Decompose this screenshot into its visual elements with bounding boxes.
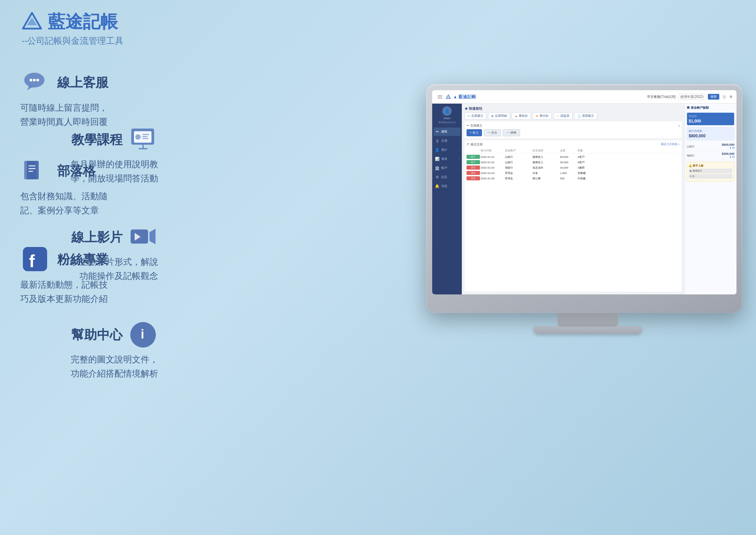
sidebar-item-settings[interactable]: ⚙ 設定: [434, 173, 460, 181]
row-amount: 1,000: [560, 172, 577, 175]
feature-help: i 幫助中心 完整的圖文說明文件，功能介紹搭配情境解析: [71, 320, 158, 381]
row-date: 2022-01-03: [481, 166, 504, 169]
col-party: 對象: [578, 149, 598, 152]
pay-icon: ▼: [536, 114, 539, 118]
svg-point-4: [30, 79, 32, 81]
cash-label: 現金額: [689, 114, 732, 118]
svg-marker-23: [149, 229, 156, 244]
bank-amount-mountain: $600,000: [722, 143, 734, 146]
user-avatar: 👤: [442, 106, 452, 116]
sidebar-item-accounting[interactable]: 👤 會計 ›: [434, 146, 460, 154]
bank-link-mountain[interactable]: ⬇ 明: [729, 146, 734, 150]
sidebar-user: 👤 Water 管理者(Admin)▼: [438, 106, 456, 124]
info-doc-button[interactable]: ℹ 說 ···: [689, 174, 732, 179]
settings-icon[interactable]: ⚙: [729, 95, 732, 99]
svg-rect-8: [27, 161, 39, 179]
feature-desc-help: 完整的圖文說明文件，功能介紹搭配情境解析: [71, 353, 158, 381]
info-button[interactable]: i: [722, 95, 727, 99]
row-party: 印刷廠: [578, 177, 598, 180]
recent-transactions-section: ⏱ 最近交易 最近七天其他 > 收付日期 資金帳戶 收支原因 金額 對象: [465, 140, 682, 292]
bank-name-mountain: 山銀行: [687, 145, 695, 148]
row-date: 2022-01-02: [481, 161, 504, 164]
play-icon: ▶: [690, 170, 692, 172]
quick-btn-pnl[interactable]: ↔ 損益表: [553, 112, 573, 119]
quick-btn-pay[interactable]: ▼ 庫付款: [532, 112, 552, 119]
feature-title-help: 幫助中心: [71, 326, 123, 344]
logo-area: 藍途記帳 --公司記帳與金流管理工具: [20, 10, 124, 47]
quick-actions-title: ★ 快速前往: [465, 106, 682, 111]
sidebar-item-news[interactable]: 🔔 消息: [434, 182, 460, 190]
quick-actions-section: ★ 快速前往 ✏ 交易建立 ⊞ 交易明細 ▲ 庫收款: [465, 106, 682, 119]
sidebar-label-transaction: 交易: [441, 139, 447, 143]
year-selector[interactable]: 使用年度(2022): [679, 94, 705, 100]
sidebar-item-report[interactable]: 📊 報表 ›: [434, 155, 460, 163]
recent-link[interactable]: 最近七天其他 >: [661, 142, 680, 147]
bank-item-mountain: 山銀行 $600,000 ⬇ 明: [687, 142, 734, 151]
tutorial-video-button[interactable]: ▶ 教學影片: [689, 169, 732, 173]
svg-rect-12: [23, 247, 47, 271]
transfer-button[interactable]: ↔ 移轉: [503, 129, 520, 136]
row-account: 山銀行: [505, 160, 532, 164]
overview-icon: ✏: [435, 130, 440, 134]
bank-link-sea[interactable]: ⬇ 明: [729, 155, 734, 159]
bank-savings-label: 銀行存款額: [689, 129, 732, 133]
row-account: 零用金: [505, 171, 532, 175]
table-row[interactable]: 支出 2022-01-03 海銀行 進及成本 30,000 X廠商: [467, 165, 680, 170]
bank-savings-amount: $800,000: [689, 134, 732, 138]
recent-title-row: ⏱ 最近交易 最近七天其他 >: [467, 142, 680, 147]
quick-btn-create-transaction[interactable]: ✏ 交易建立: [465, 112, 486, 119]
monitor-stand: [557, 313, 618, 326]
app-main: ★ 快速前往 ✏ 交易建立 ⊞ 交易明細 ▲ 庫收款: [462, 104, 684, 294]
service-button[interactable]: 服務: [708, 94, 719, 100]
info-icon: i: [128, 320, 158, 350]
newbie-section: 🔔 新手上路 ▶ 教學影片 ℹ 說 ···: [687, 162, 734, 181]
voucher-icon: 🧾: [577, 114, 581, 118]
sidebar-label-report: 報表: [441, 157, 447, 161]
table-row[interactable]: 支出 2022-01-05 零用金 辦公費 500 印刷廠: [467, 176, 680, 181]
row-account: 山銀行: [505, 155, 532, 159]
feature-desc-blog: 包含財務知識、活動隨記、案例分享等文章: [20, 189, 108, 217]
row-party: X廠商: [578, 166, 598, 170]
account-icon: 🏦: [435, 166, 440, 170]
row-reason: 進及成本: [532, 166, 559, 170]
logo-icon: [20, 10, 44, 34]
add-expense-button[interactable]: 一 支出: [484, 129, 501, 136]
quick-btn-receive[interactable]: ▲ 庫收款: [512, 112, 531, 119]
monitor-screen: ▲ 藍途記帳 早安餐廳(Trial試用) 使用年度(2022) 服務 i ⚙: [432, 90, 736, 294]
monitor-base: [534, 326, 642, 334]
feature-desc-video: 以生動影片形式，解說功能操作及記帳觀念: [71, 255, 158, 283]
table-row[interactable]: 收入 2022-01-01 山銀行 服務收入 80,000 A客戶: [467, 154, 680, 159]
user-name: 早安餐廳(Trial試用): [647, 95, 676, 99]
svg-rect-21: [142, 138, 148, 139]
row-party: 美餐廳: [578, 171, 598, 175]
row-type-tag: 收入: [467, 160, 480, 164]
sidebar-item-overview[interactable]: ✏ 總覽: [434, 128, 460, 136]
quick-btn-voucher[interactable]: 🧾 憑票建立: [574, 112, 597, 119]
feature-desc-tutorial: 每月舉辦的使用說明教學，開放現場問答活動: [71, 157, 158, 185]
app-body: 👤 Water 管理者(Admin)▼ ✏ 總覽 $ 交易 ›: [432, 104, 736, 294]
transaction-build-section: ✏ 交易建立 ℹ + 收入 一 支出 ↔ 移轉: [465, 121, 682, 138]
transaction-build-label: ✏ 交易建立: [467, 123, 482, 128]
quick-btn-transaction-detail[interactable]: ⊞ 交易明細: [488, 112, 510, 119]
add-income-button[interactable]: + 收入: [467, 129, 482, 136]
row-amount: 80,000: [560, 155, 577, 158]
sidebar-label-account: 帳戶: [441, 166, 447, 170]
app-sidebar: 👤 Water 管理者(Admin)▼ ✏ 總覽 $ 交易 ›: [432, 104, 462, 294]
features-left: 線上客服 可隨時線上留言提問，營業時間真人即時回覆 部落格 包含財務知識、活動隨…: [20, 67, 195, 326]
feature-title-tutorial: 教學課程: [71, 131, 123, 148]
info-doc-icon: ℹ: [690, 175, 691, 178]
row-type-tag: 收入: [467, 155, 480, 159]
feature-title-online-service: 線上客服: [57, 74, 108, 91]
sidebar-item-transaction[interactable]: $ 交易 ›: [434, 137, 460, 145]
table-row[interactable]: 支出 2022-01-04 零用金 伙食 1,000 美餐廳: [467, 170, 680, 176]
report-icon: 📊: [435, 157, 440, 161]
feature-tutorial: 教學課程 每月舉辦的使用說明教學，開放現場問答活動: [71, 124, 158, 185]
sidebar-item-account[interactable]: 🏦 帳戶 ›: [434, 164, 460, 172]
col-date: 收付日期: [481, 149, 504, 152]
feature-online-service: 線上客服 可隨時線上留言提問，營業時間真人即時回覆: [20, 67, 195, 129]
row-reason: 辦公費: [532, 177, 559, 180]
hamburger-menu[interactable]: [436, 94, 444, 100]
monitor-container: ▲ 藍途記帳 早安餐廳(Trial試用) 使用年度(2022) 服務 i ⚙: [426, 84, 749, 347]
col-account: 資金帳戶: [505, 149, 532, 152]
table-row[interactable]: 收入 2022-01-02 山銀行 服務收入 50,000 A客戶: [467, 159, 680, 165]
